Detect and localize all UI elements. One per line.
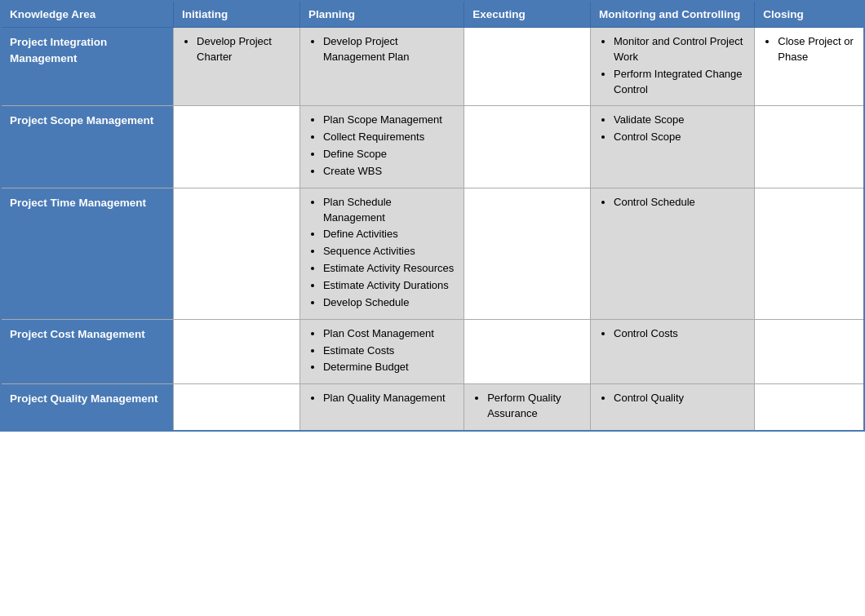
initiating-cell — [174, 106, 300, 188]
executing-cell — [464, 28, 591, 106]
header-executing: Executing — [464, 1, 591, 28]
header-monitoring: Monitoring and Controlling — [591, 1, 755, 28]
knowledge-area-cell: Project Quality Management — [1, 384, 174, 431]
pmbok-table: Knowledge Area Initiating Planning Execu… — [0, 0, 865, 432]
planning-cell: Plan Schedule ManagementDefine Activitie… — [299, 188, 464, 319]
table-row: Project Time ManagementPlan Schedule Man… — [1, 188, 864, 319]
header-row: Knowledge Area Initiating Planning Execu… — [1, 1, 864, 28]
executing-cell: Perform Quality Assurance — [464, 384, 591, 431]
monitoring-cell: Monitor and Control Project WorkPerform … — [591, 28, 755, 106]
planning-cell: Plan Cost ManagementEstimate CostsDeterm… — [299, 319, 464, 384]
initiating-cell — [174, 188, 300, 319]
initiating-cell — [174, 384, 300, 431]
initiating-cell — [174, 319, 300, 384]
closing-cell: Close Project or Phase — [755, 28, 864, 106]
closing-cell — [755, 319, 864, 384]
monitoring-cell: Validate ScopeControl Scope — [591, 106, 755, 188]
planning-cell: Plan Quality Management — [299, 384, 464, 431]
knowledge-area-cell: Project Scope Management — [1, 106, 174, 188]
knowledge-area-cell: Project Cost Management — [1, 319, 174, 384]
header-knowledge-area: Knowledge Area — [1, 1, 174, 28]
executing-cell — [464, 106, 591, 188]
closing-cell — [755, 384, 864, 431]
header-initiating: Initiating — [174, 1, 300, 28]
monitoring-cell: Control Costs — [591, 319, 755, 384]
table-row: Project Integration ManagementDevelop Pr… — [1, 28, 864, 106]
executing-cell — [464, 319, 591, 384]
initiating-cell: Develop Project Charter — [174, 28, 300, 106]
knowledge-area-cell: Project Time Management — [1, 188, 174, 319]
executing-cell — [464, 188, 591, 319]
header-closing: Closing — [755, 1, 864, 28]
knowledge-area-cell: Project Integration Management — [1, 28, 174, 106]
table-row: Project Scope ManagementPlan Scope Manag… — [1, 106, 864, 188]
monitoring-cell: Control Quality — [591, 384, 755, 431]
table-row: Project Quality ManagementPlan Quality M… — [1, 384, 864, 431]
closing-cell — [755, 106, 864, 188]
planning-cell: Plan Scope ManagementCollect Requirement… — [299, 106, 464, 188]
closing-cell — [755, 188, 864, 319]
table-row: Project Cost ManagementPlan Cost Managem… — [1, 319, 864, 384]
header-planning: Planning — [299, 1, 464, 28]
monitoring-cell: Control Schedule — [591, 188, 755, 319]
planning-cell: Develop Project Management Plan — [299, 28, 464, 106]
